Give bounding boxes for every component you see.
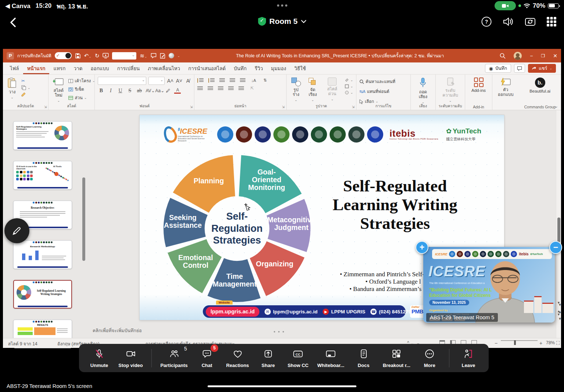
shape-effects-button[interactable]: ⌄: [345, 90, 353, 95]
format-painter-button[interactable]: [21, 92, 30, 97]
help-button[interactable]: ?: [481, 16, 492, 27]
tab-11[interactable]: วิธีใช้: [290, 62, 310, 74]
align-right-button[interactable]: [218, 86, 223, 91]
tab-10[interactable]: มุมมอง: [267, 62, 290, 74]
shrink-font-button[interactable]: A˅: [176, 78, 182, 84]
find-replace-button[interactable]: ค้นหาและแทนที่: [359, 78, 395, 85]
zoom-in-button[interactable]: +: [539, 340, 542, 346]
annotation-pencil-button[interactable]: [4, 218, 29, 243]
copy-button[interactable]: ⌄: [21, 85, 30, 90]
autosave-toggle[interactable]: ✓: [55, 52, 72, 59]
beautiful-ai-button[interactable]: b. Beautiful.ai: [528, 77, 552, 94]
dictate-button[interactable]: ถอดเสียง⌄: [414, 77, 432, 105]
whiteboar-button[interactable]: Whiteboar...: [317, 348, 345, 368]
grow-font-button[interactable]: A˄: [167, 78, 173, 84]
switch-camera-button[interactable]: [524, 16, 536, 27]
meeting-title[interactable]: Room 5: [258, 17, 306, 26]
font-color-button[interactable]: A: [174, 87, 181, 94]
titlebar-more-icon[interactable]: ⌄: [177, 54, 180, 58]
tab-6[interactable]: ภาพเคลื่อนไหว: [144, 62, 184, 74]
tab-3[interactable]: วาด: [70, 62, 87, 74]
change-case-button[interactable]: Aa⌄: [155, 88, 162, 93]
restore-button[interactable]: ❒: [541, 53, 545, 58]
unmute-button[interactable]: Unmute: [89, 348, 110, 368]
section-button[interactable]: ส่วน⌄: [68, 94, 95, 101]
participant-video-tile[interactable]: ICESRE itebis✿YunTech ICESRE The 8th Int…: [423, 247, 555, 323]
font-format-u[interactable]: U: [117, 88, 123, 94]
fit-to-window-button[interactable]: ⛶: [556, 340, 560, 346]
shapes-button[interactable]: รูปร่าง⌄: [290, 77, 302, 103]
tab-7[interactable]: การนำเสนอสไลด์: [184, 62, 230, 74]
clear-formatting-button[interactable]: A̸: [184, 78, 191, 84]
edit-document-icon[interactable]: [160, 53, 165, 59]
cut-button[interactable]: ✂: [21, 78, 30, 83]
quick-styles-button[interactable]: สไตล์ด่วน⌄: [323, 77, 342, 102]
comment-icon[interactable]: [151, 53, 157, 58]
align-left-button[interactable]: [197, 86, 203, 91]
drawing-dialog-launcher[interactable]: ⇲: [352, 105, 355, 109]
save-icon[interactable]: [75, 53, 81, 59]
tab-2[interactable]: แทรก: [49, 62, 69, 74]
new-slide-button[interactable]: สไลด์ใหม่⌄: [51, 77, 65, 104]
highlight-button[interactable]: 🖉: [165, 88, 171, 93]
font-format-ab[interactable]: ab: [136, 88, 143, 94]
font-name-select[interactable]: [98, 77, 146, 85]
shape-fill-button[interactable]: ⌄: [345, 78, 353, 82]
columns-button[interactable]: [238, 86, 244, 91]
font-format-i[interactable]: I: [107, 88, 114, 94]
paste-button[interactable]: วาง⌄: [6, 77, 18, 100]
font-size-select[interactable]: [148, 77, 165, 85]
tab-9[interactable]: รีวิว: [251, 62, 267, 74]
record-button[interactable]: ◉บันทึก: [485, 64, 511, 73]
justify-button[interactable]: [228, 86, 234, 91]
annotation-zoom-out-button[interactable]: −: [549, 241, 562, 254]
leave-button[interactable]: Leave: [458, 348, 479, 368]
clipboard-dialog-launcher[interactable]: ⇲: [44, 105, 47, 109]
tab-5[interactable]: การเปลี่ยน: [113, 62, 144, 74]
text-direction-button[interactable]: ⇅: [262, 78, 268, 83]
arrange-button[interactable]: จัดเรียง⌄: [305, 77, 320, 103]
breakout-r-button[interactable]: Breakout r...: [383, 348, 410, 368]
participants-button[interactable]: 5Participants: [160, 348, 187, 368]
tab-1[interactable]: หน้าแรก: [23, 62, 50, 74]
zoom-slider-track[interactable]: [501, 340, 538, 341]
document-title[interactable]: The Role of AI Writing Tools in Enhancin…: [183, 52, 496, 60]
addins-button[interactable]: Add-ins: [470, 77, 487, 94]
redo-button[interactable]: ↻: [95, 53, 100, 58]
zoom-slider-thumb[interactable]: [514, 340, 516, 345]
minimize-button[interactable]: −: [530, 53, 533, 59]
speaker-button[interactable]: [502, 16, 514, 27]
apps-grid-button[interactable]: [546, 17, 557, 27]
font-format-b[interactable]: B: [98, 88, 104, 94]
share-button[interactable]: แชร์⌄: [528, 64, 556, 73]
share-button[interactable]: Share: [258, 348, 279, 368]
show-cc-button[interactable]: CCShow CC: [287, 348, 309, 368]
designer-button[interactable]: ตัวออกแบบ: [495, 77, 516, 98]
close-button[interactable]: ✕: [553, 53, 557, 59]
replace-fonts-button[interactable]: ⇆Aแทนที่ฟอนต์: [359, 88, 395, 95]
decrease-indent-button[interactable]: [219, 78, 225, 83]
notes-resize-handle[interactable]: [274, 331, 284, 332]
tab-0[interactable]: ไฟล์: [6, 62, 23, 74]
tab-4[interactable]: ออกแบบ: [86, 62, 113, 74]
start-slideshow-icon[interactable]: [103, 53, 109, 58]
annotation-zoom-in-button[interactable]: +: [416, 241, 428, 254]
slide-thumbnail-5[interactable]: Self-Regulated Learning Strategies: [13, 121, 72, 150]
slide-thumbnail-6[interactable]: 15 AI tools to use in the classroom AI T…: [13, 161, 72, 190]
smartart-button[interactable]: ⇱: [249, 86, 255, 91]
camera-active-pill[interactable]: [495, 1, 516, 10]
back-to-canva-link[interactable]: ◀ Canva: [5, 2, 30, 10]
stop-video-button[interactable]: Stop video: [118, 348, 143, 368]
sort-button[interactable]: ↓A: [250, 78, 257, 83]
slide-scrollbar-thumb[interactable]: [557, 217, 560, 242]
increase-indent-button[interactable]: [230, 78, 235, 83]
more-button[interactable]: More: [419, 348, 440, 368]
zoom-out-button[interactable]: −: [495, 340, 497, 346]
tab-8[interactable]: บันทึก: [230, 62, 251, 74]
notes-placeholder[interactable]: คลิกเพื่อที่จะเพิ่มบันทึกย่อ: [93, 327, 142, 334]
docs-button[interactable]: Docs: [353, 348, 374, 368]
char-spacing-button[interactable]: AV⌄: [146, 88, 152, 93]
text-options-icon[interactable]: ≋⌄: [140, 53, 147, 58]
style-selector[interactable]: [112, 52, 136, 60]
ribbon-collapse-button[interactable]: ⌄: [554, 104, 558, 109]
